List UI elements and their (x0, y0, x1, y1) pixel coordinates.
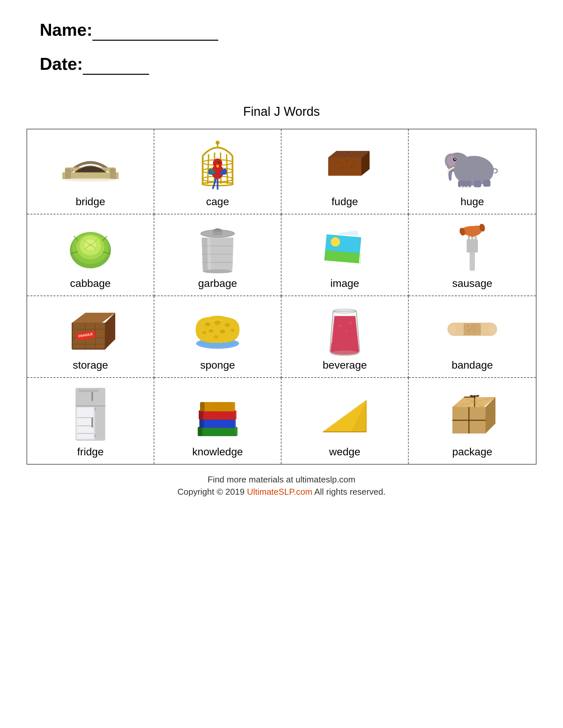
grid-cell-cage: cage (154, 129, 282, 214)
fridge-label: fridge (77, 446, 104, 458)
svg-point-33 (345, 159, 348, 162)
svg-rect-135 (199, 410, 236, 420)
svg-rect-136 (199, 410, 203, 420)
knowledge-label: knowledge (192, 446, 243, 458)
copyright-text: Copyright © 2019 (177, 487, 247, 497)
wedge-label: wedge (329, 446, 360, 458)
svg-rect-130 (79, 389, 99, 392)
svg-rect-105 (464, 323, 481, 335)
svg-rect-127 (91, 418, 93, 428)
svg-rect-137 (200, 402, 235, 411)
package-label: package (452, 446, 493, 458)
knowledge-image (158, 385, 277, 442)
storage-label: storage (73, 359, 108, 371)
sausage-image (412, 221, 533, 274)
grid-cell-image: image (282, 214, 409, 296)
grid-cell-huge: huge (409, 129, 536, 214)
find-more-text: Find more materials at ultimateslp.com (26, 475, 537, 485)
svg-point-50 (467, 186, 469, 187)
grid-cell-knowledge: knowledge (154, 378, 282, 464)
cage-image (158, 136, 277, 192)
svg-rect-132 (198, 427, 202, 436)
svg-point-109 (469, 329, 471, 331)
svg-point-113 (448, 324, 456, 335)
svg-point-155 (473, 395, 476, 398)
svg-rect-134 (199, 419, 204, 428)
svg-point-32 (337, 161, 340, 164)
grid-cell-fudge: fudge (282, 129, 409, 214)
image-icon-image (285, 221, 405, 274)
garbage-label: garbage (198, 277, 237, 290)
grid-cell-fridge: fridge (27, 378, 154, 464)
svg-point-106 (467, 325, 469, 327)
svg-rect-70 (470, 251, 475, 271)
svg-rect-128 (91, 391, 93, 401)
bandage-label: bandage (452, 359, 493, 371)
huge-image (412, 136, 533, 192)
bandage-image (412, 303, 533, 356)
garbage-image (158, 221, 277, 274)
svg-rect-133 (199, 419, 236, 428)
svg-point-34 (353, 162, 356, 164)
sponge-image (158, 303, 277, 356)
svg-point-108 (475, 325, 477, 327)
footer: Find more materials at ultimateslp.com C… (26, 475, 537, 497)
copyright-line: Copyright © 2019 UltimateSLP.com All rig… (26, 487, 537, 497)
grid-cell-package: package (409, 378, 536, 464)
svg-point-102 (349, 321, 352, 324)
grid-cell-beverage: beverage (282, 296, 409, 378)
svg-rect-138 (200, 402, 205, 411)
svg-point-35 (340, 167, 343, 169)
cabbage-image (30, 221, 150, 274)
grid-cell-bandage: bandage (409, 296, 536, 378)
svg-point-36 (350, 166, 353, 169)
svg-point-11 (64, 178, 117, 182)
header: Name: Date: (26, 20, 537, 95)
name-label: Name: (40, 20, 92, 39)
svg-point-31 (344, 154, 346, 156)
svg-rect-131 (198, 427, 237, 436)
beverage-label: beverage (323, 359, 367, 371)
name-field: Name: (40, 20, 537, 41)
fudge-label: fudge (332, 196, 358, 208)
sausage-label: sausage (452, 277, 493, 290)
svg-rect-44 (483, 180, 491, 187)
bridge-label: bridge (76, 196, 105, 208)
grid-cell-sponge: sponge (154, 296, 282, 378)
svg-point-103 (331, 350, 359, 356)
svg-point-29 (347, 152, 349, 154)
svg-point-112 (472, 324, 474, 326)
svg-point-93 (225, 323, 230, 327)
svg-point-94 (209, 329, 213, 333)
svg-point-28 (341, 153, 343, 155)
svg-rect-2 (65, 168, 71, 179)
image-label: image (330, 277, 359, 290)
beverage-image (285, 303, 405, 356)
date-field: Date: (40, 54, 537, 75)
fudge-image (285, 136, 405, 192)
worksheet-title: Final J Words (26, 105, 537, 119)
bridge-image (30, 136, 150, 192)
svg-rect-3 (110, 168, 116, 179)
svg-point-101 (346, 330, 348, 332)
date-label: Date: (40, 54, 83, 73)
svg-point-111 (467, 330, 469, 332)
svg-point-98 (213, 335, 218, 339)
sponge-label: sponge (200, 359, 235, 371)
date-underline (83, 54, 149, 75)
svg-point-30 (354, 153, 356, 155)
rights-text: All rights reserved. (312, 487, 386, 497)
svg-point-48 (460, 186, 463, 187)
svg-point-47 (454, 159, 456, 160)
grid-cell-garbage: garbage (154, 214, 282, 296)
svg-point-27 (219, 161, 220, 162)
svg-point-100 (339, 325, 341, 327)
svg-point-95 (220, 330, 225, 334)
svg-point-96 (230, 329, 234, 332)
svg-point-26 (218, 161, 220, 163)
word-grid: bridge (26, 129, 537, 465)
grid-cell-wedge: wedge (282, 378, 409, 464)
svg-point-92 (214, 320, 220, 325)
grid-cell-cabbage: cabbage (27, 214, 154, 296)
svg-point-62 (203, 269, 232, 273)
